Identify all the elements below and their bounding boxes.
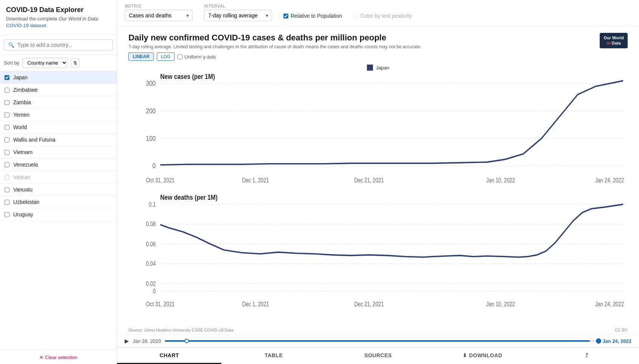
chart-controls: LINEAR LOG Uniform y-axis: [128, 52, 628, 61]
country-checkbox[interactable]: [5, 175, 9, 180]
deaths-chart: 0.1 0.08 0.06 0.04 0.02 0 New deaths (pe…: [128, 193, 628, 325]
country-checkbox[interactable]: [5, 150, 9, 155]
country-name-label: Zimbabwe: [13, 87, 38, 93]
interval-group: INTERVAL 7-day rolling averageDailyWeekl…: [204, 4, 272, 21]
country-name-label: Uruguay: [13, 211, 33, 217]
svg-text:New cases (per 1M): New cases (per 1M): [160, 72, 215, 81]
color-positivity-label[interactable]: Color by test positivity: [361, 13, 412, 19]
timeline-thumb-start[interactable]: [184, 339, 189, 343]
play-button[interactable]: ▶: [125, 338, 129, 344]
owid-logo-line2: in Data: [603, 40, 624, 46]
search-box: 🔍: [4, 39, 113, 51]
share-icon: ⤴: [585, 352, 588, 358]
country-list-item[interactable]: Zimbabwe: [0, 84, 117, 96]
tab-download[interactable]: ⬇ DOWNLOAD: [430, 348, 535, 364]
country-name-label: Vietnam: [13, 149, 32, 155]
svg-text:0: 0: [153, 288, 156, 295]
country-list-item[interactable]: Vanuatu: [0, 184, 117, 196]
country-name-label: Uzbekistan: [13, 199, 39, 205]
app-title: COVID-19 Data Explorer: [6, 6, 111, 14]
country-checkbox[interactable]: [5, 75, 9, 80]
uniform-yaxis-group: Uniform y-axis: [178, 54, 216, 60]
country-list-item[interactable]: Yemen: [0, 109, 117, 121]
country-checkbox[interactable]: [5, 100, 9, 105]
timeline-track[interactable]: [165, 340, 599, 342]
svg-text:Dec 1, 2021: Dec 1, 2021: [242, 301, 269, 307]
country-name-label: World: [13, 124, 27, 130]
country-name-label: Venezuela: [13, 162, 38, 168]
sort-controls: Sort by Country namePopulationCasesDeath…: [0, 55, 117, 71]
country-checkbox[interactable]: [5, 88, 9, 93]
tab-table[interactable]: TABLE: [221, 348, 326, 364]
country-search-container: 🔍: [0, 35, 117, 55]
relative-population-checkbox[interactable]: [283, 14, 288, 19]
svg-text:Dec 1, 2021: Dec 1, 2021: [242, 177, 269, 184]
clear-selection-button[interactable]: ✕ Clear selection: [39, 355, 77, 360]
legend-country-label: Japan: [376, 65, 389, 71]
svg-text:Oct 31, 2021: Oct 31, 2021: [146, 301, 175, 307]
svg-text:Jan 10, 2022: Jan 10, 2022: [486, 301, 515, 307]
relative-population-label[interactable]: Relative to Population: [291, 13, 342, 19]
svg-text:Dec 21, 2021: Dec 21, 2021: [354, 177, 384, 184]
metric-select[interactable]: Cases and deathsCasesDeathsTestsVaccinat…: [125, 10, 193, 21]
source-text: Source: Johns Hopkins University CSSE CO…: [128, 328, 234, 332]
country-list-item[interactable]: Zambia: [0, 96, 117, 109]
country-checkbox[interactable]: [5, 125, 9, 130]
search-icon: 🔍: [8, 42, 14, 48]
country-name-label: Zambia: [13, 99, 31, 105]
tab-chart[interactable]: CHART: [117, 348, 221, 364]
sort-select[interactable]: Country namePopulationCasesDeaths: [22, 58, 68, 68]
svg-text:0.1: 0.1: [149, 201, 156, 208]
timeline-thumb-end[interactable]: [596, 338, 601, 344]
country-list: JapanZimbabweZambiaYemenWorldWallis and …: [0, 71, 117, 350]
country-checkbox[interactable]: [5, 187, 9, 192]
uniform-yaxis-checkbox[interactable]: [178, 54, 183, 59]
country-checkbox[interactable]: [5, 200, 9, 205]
country-checkbox[interactable]: [5, 212, 9, 217]
cases-chart-svg: 300 200 100 0 New cases (per 1M) Oct 31,…: [128, 72, 628, 193]
linear-scale-button[interactable]: LINEAR: [128, 52, 154, 61]
uniform-yaxis-label[interactable]: Uniform y-axis: [184, 54, 216, 60]
color-positivity-checkbox[interactable]: [353, 14, 358, 19]
country-checkbox[interactable]: [5, 162, 9, 167]
sort-direction-button[interactable]: ⇅: [71, 59, 80, 68]
svg-text:0: 0: [152, 162, 156, 170]
country-name-label: Yemen: [13, 112, 29, 118]
country-list-item[interactable]: Uruguay: [0, 208, 117, 221]
country-list-item[interactable]: Vietnam: [0, 146, 117, 159]
svg-text:0.04: 0.04: [146, 261, 156, 267]
country-name-label: Vatican: [13, 174, 31, 180]
chart-legend: Japan: [128, 65, 628, 71]
dataset-link[interactable]: COVID-19 dataset.: [6, 23, 48, 28]
svg-text:0.08: 0.08: [146, 221, 156, 228]
svg-text:300: 300: [146, 79, 156, 87]
metric-label: METRIC: [125, 4, 193, 8]
color-positivity-checkbox-group: Color by test positivity: [353, 13, 412, 19]
svg-text:Jan 24, 2022: Jan 24, 2022: [595, 177, 624, 184]
cases-chart: 300 200 100 0 New cases (per 1M) Oct 31,…: [128, 72, 628, 193]
country-list-item[interactable]: World: [0, 121, 117, 134]
chart-area: Daily new confirmed COVID-19 cases & dea…: [117, 25, 639, 335]
country-list-item[interactable]: Wallis and Futuna: [0, 134, 117, 146]
deaths-chart-svg: 0.1 0.08 0.06 0.04 0.02 0 New deaths (pe…: [128, 193, 628, 325]
timeline-start-date: Jan 28, 2020: [133, 338, 161, 344]
country-list-item[interactable]: Venezuela: [0, 159, 117, 171]
country-name-label: Japan: [13, 74, 28, 80]
metric-group: METRIC Cases and deathsCasesDeathsTestsV…: [125, 4, 193, 21]
chart-source: Source: Johns Hopkins University CSSE CO…: [128, 325, 628, 335]
country-checkbox[interactable]: [5, 113, 9, 117]
chart-titles: Daily new confirmed COVID-19 cases & dea…: [128, 33, 421, 49]
country-list-item[interactable]: Uzbekistan: [0, 196, 117, 208]
country-name-label: Vanuatu: [13, 187, 32, 193]
tab-share[interactable]: ⤴: [535, 348, 639, 364]
tab-sources[interactable]: SOURCES: [326, 348, 430, 364]
search-input[interactable]: [17, 42, 109, 48]
country-list-item[interactable]: Japan: [0, 71, 117, 84]
chart-header: Daily new confirmed COVID-19 cases & dea…: [128, 33, 628, 49]
log-scale-button[interactable]: LOG: [157, 52, 175, 61]
interval-select[interactable]: 7-day rolling averageDailyWeeklyBiweekly…: [204, 10, 272, 21]
country-list-item[interactable]: Vatican: [0, 171, 117, 184]
cc-text: CC BY: [615, 328, 628, 332]
toolbar: METRIC Cases and deathsCasesDeathsTestsV…: [117, 0, 639, 25]
country-checkbox[interactable]: [5, 137, 9, 142]
